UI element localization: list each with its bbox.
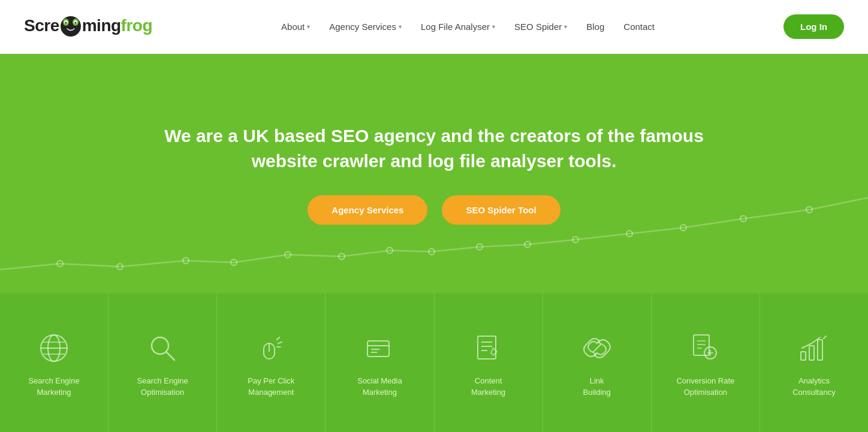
service-item-sem[interactable]: Search EngineMarketing bbox=[0, 294, 108, 432]
service-label-analytics: AnalyticsConsultancy bbox=[792, 376, 836, 397]
chevron-down-icon: ▾ bbox=[399, 23, 402, 30]
svg-line-28 bbox=[167, 352, 174, 360]
login-button[interactable]: Log In bbox=[783, 14, 844, 39]
svg-point-5 bbox=[65, 22, 67, 23]
service-label-content: ContentMarketing bbox=[471, 376, 505, 397]
service-item-smm[interactable]: Social MediaMarketing bbox=[326, 294, 434, 432]
mouse-icon bbox=[253, 330, 289, 366]
main-nav: About ▾ Agency Services ▾ Log File Analy… bbox=[281, 22, 655, 32]
edit-icon bbox=[471, 330, 507, 366]
service-label-sem: Search EngineMarketing bbox=[28, 376, 79, 397]
service-item-content[interactable]: ContentMarketing bbox=[435, 294, 543, 432]
service-item-analytics[interactable]: AnalyticsConsultancy bbox=[760, 294, 868, 432]
nav-item-contact[interactable]: Contact bbox=[623, 22, 655, 32]
svg-point-6 bbox=[74, 22, 76, 23]
link-icon bbox=[579, 330, 615, 366]
nav-item-blog[interactable]: Blog bbox=[586, 22, 604, 32]
social-media-icon bbox=[361, 330, 397, 366]
nav-item-log-file-analyser[interactable]: Log File Analyser ▾ bbox=[421, 22, 495, 32]
service-item-cro[interactable]: Conversion RateOptimisation bbox=[652, 294, 760, 432]
service-item-link[interactable]: LinkBuilding bbox=[543, 294, 652, 432]
agency-services-button[interactable]: Agency Services bbox=[308, 195, 427, 225]
nav-item-about[interactable]: About ▾ bbox=[281, 22, 310, 32]
svg-line-52 bbox=[824, 336, 826, 339]
svg-line-32 bbox=[278, 342, 282, 343]
service-label-seo: Search EngineOptimisation bbox=[137, 376, 188, 397]
analytics-chart-icon bbox=[796, 330, 832, 366]
logo[interactable]: Scre mingfrog bbox=[24, 16, 152, 38]
report-icon bbox=[688, 330, 724, 366]
chevron-down-icon: ▾ bbox=[564, 23, 567, 30]
service-label-smm: Social MediaMarketing bbox=[357, 376, 402, 397]
logo-text: Scre mingfrog bbox=[24, 16, 152, 38]
svg-point-27 bbox=[152, 337, 168, 354]
globe-icon bbox=[36, 330, 72, 366]
svg-rect-51 bbox=[818, 340, 822, 360]
chevron-down-icon: ▾ bbox=[492, 23, 495, 30]
nav-item-seo-spider[interactable]: SEO Spider ▾ bbox=[514, 22, 567, 32]
header: Scre mingfrog About ▾ Agency Services ▾ … bbox=[0, 0, 868, 54]
service-item-ppc[interactable]: Pay Per ClickManagement bbox=[217, 294, 326, 432]
service-label-link: LinkBuilding bbox=[583, 376, 611, 397]
svg-point-0 bbox=[61, 16, 81, 37]
svg-rect-49 bbox=[801, 352, 806, 360]
service-label-cro: Conversion RateOptimisation bbox=[676, 376, 734, 397]
service-item-seo[interactable]: Search EngineOptimisation bbox=[108, 294, 217, 432]
svg-line-31 bbox=[277, 337, 279, 340]
hero-buttons: Agency Services SEO Spider Tool bbox=[308, 195, 560, 225]
hero-section: We are a UK based SEO agency and the cre… bbox=[0, 54, 868, 294]
nav-item-agency-services[interactable]: Agency Services ▾ bbox=[329, 22, 402, 32]
service-label-ppc: Pay Per ClickManagement bbox=[248, 376, 294, 397]
services-row: Search EngineMarketing Search EngineOpti… bbox=[0, 294, 868, 432]
chevron-down-icon: ▾ bbox=[307, 23, 310, 30]
seo-spider-tool-button[interactable]: SEO Spider Tool bbox=[442, 195, 560, 225]
search-icon bbox=[144, 330, 180, 366]
svg-rect-42 bbox=[694, 335, 709, 355]
hero-chart-decoration bbox=[0, 162, 868, 294]
logo-frog-icon bbox=[60, 16, 82, 37]
svg-rect-50 bbox=[809, 346, 814, 360]
hero-headline: We are a UK based SEO agency and the cre… bbox=[164, 123, 704, 174]
